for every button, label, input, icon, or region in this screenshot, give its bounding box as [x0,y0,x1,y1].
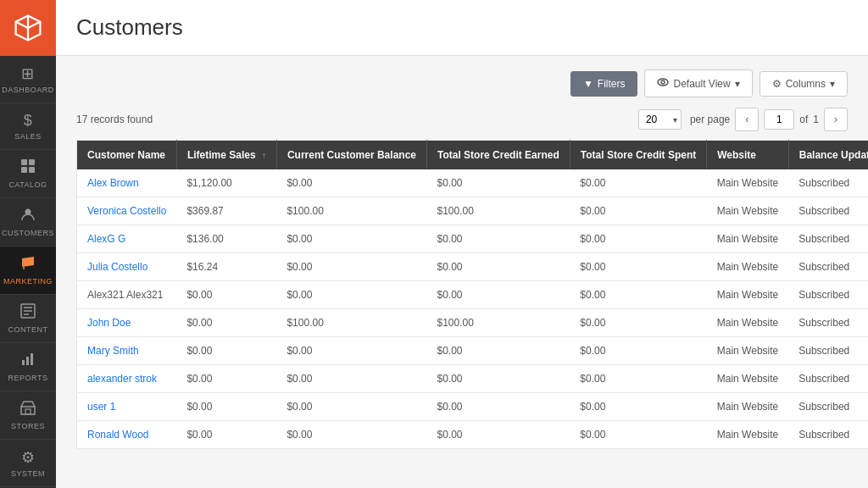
filter-button[interactable]: ▼ Filters [570,71,638,97]
cell-credit-earned: $0.00 [426,393,570,421]
page-title: Customers [76,14,183,41]
table-row: Alex Brown$1,120.00$0.00$0.00$0.00Main W… [77,169,869,197]
cell-notifications: Subscribed [788,225,868,253]
cell-website: Main Website [707,421,788,449]
sidebar-item-stores-label: Stores [11,422,45,430]
customer-name-link[interactable]: user 1 [87,401,115,413]
table-row: Ronald Wood$0.00$0.00$0.00$0.00Main Webs… [77,421,869,449]
cell-lifetime-sales: $0.00 [176,309,276,337]
cell-credit-spent: $0.00 [570,421,706,449]
customers-table: Customer Name Lifetime Sales ↑ Current C… [76,140,868,449]
cell-credit-spent: $0.00 [570,225,706,253]
svg-rect-1 [29,159,35,165]
stores-icon [20,400,36,419]
col-header-website[interactable]: Website [707,141,788,170]
cell-lifetime-sales: $0.00 [176,365,276,393]
sidebar-item-dashboard-label: Dashboard [2,86,54,94]
marketing-icon [20,255,36,274]
table-row: John Doe$0.00$100.00$100.00$0.00Main Web… [77,309,869,337]
cell-credit-spent: $0.00 [570,253,706,281]
cell-name: Alex321 Alex321 [77,281,177,309]
table-row: Alex321 Alex321$0.00$0.00$0.00$0.00Main … [77,281,869,309]
sidebar-item-sales[interactable]: $ Sales [0,103,56,150]
customers-icon [20,207,36,226]
sidebar-item-content-label: Content [8,325,48,334]
eye-icon [657,76,669,91]
cell-balance: $0.00 [276,365,426,393]
customer-name-link[interactable]: John Doe [87,317,131,329]
cell-credit-earned: $100.00 [426,309,570,337]
records-bar: 17 records found 20 50 100 ▾ per page ‹ [76,108,848,131]
cell-credit-spent: $0.00 [570,337,706,365]
sidebar-item-system[interactable]: ⚙ System [0,440,56,487]
cell-lifetime-sales: $1,120.00 [176,169,276,197]
col-header-credit-earned[interactable]: Total Store Credit Earned [426,141,570,170]
of-label: of [799,114,808,125]
cell-lifetime-sales: $0.00 [176,337,276,365]
svg-rect-14 [21,407,35,414]
col-header-name[interactable]: Customer Name [77,141,177,170]
page-number-input[interactable] [764,109,794,130]
col-header-credit-spent[interactable]: Total Store Credit Spent [570,141,706,170]
default-view-button[interactable]: Default View ▾ [644,69,752,97]
sidebar-item-reports-label: Reports [8,374,48,382]
sidebar-item-catalog-label: Catalog [8,180,47,189]
columns-dropdown-arrow: ▾ [830,78,835,90]
cell-notifications: Subscribed [788,169,868,197]
filter-icon: ▼ [583,78,593,90]
sidebar-item-customers[interactable]: Customers [0,198,56,247]
sidebar-item-customers-label: Customers [2,229,54,237]
sidebar-item-reports[interactable]: Reports [0,343,56,391]
sidebar-item-catalog[interactable]: Catalog [0,150,56,198]
next-page-button[interactable]: › [824,108,848,131]
cell-lifetime-sales: $369.87 [176,197,276,225]
cell-credit-earned: $100.00 [426,197,570,225]
col-header-lifetime-sales[interactable]: Lifetime Sales ↑ [176,141,276,170]
record-count: 17 records found [76,114,153,125]
customer-name-link[interactable]: Veronica Costello [87,205,166,217]
cell-website: Main Website [707,337,788,365]
cell-website: Main Website [707,253,788,281]
customer-name-link[interactable]: alexander strok [87,373,157,385]
table-header-row: Customer Name Lifetime Sales ↑ Current C… [77,141,869,170]
cell-website: Main Website [707,225,788,253]
customer-name-link[interactable]: Julia Costello [87,261,147,273]
sidebar-item-dashboard[interactable]: ⊞ Dashboard [0,56,56,103]
customer-name-link[interactable]: AlexG G [87,233,125,245]
prev-page-button[interactable]: ‹ [735,108,759,131]
col-header-notifications[interactable]: Balance Update Notifications [788,141,868,170]
cell-balance: $100.00 [276,309,426,337]
table-row: AlexG G$136.00$0.00$0.00$0.00Main Websit… [77,225,869,253]
cell-credit-earned: $0.00 [426,225,570,253]
cell-name: Ronald Wood [77,421,177,449]
sidebar-item-marketing[interactable]: Marketing [0,247,56,295]
cell-lifetime-sales: $0.00 [176,281,276,309]
col-header-balance[interactable]: Current Customer Balance [276,141,426,170]
cell-credit-earned: $0.00 [426,253,570,281]
catalog-icon [20,158,36,178]
per-page-wrapper[interactable]: 20 50 100 ▾ [638,109,682,130]
customer-name-link[interactable]: Alex Brown [87,177,139,189]
cell-notifications: Subscribed [788,281,868,309]
per-page-dropdown[interactable]: 20 50 100 [638,109,682,130]
cell-name: John Doe [77,309,177,337]
cell-website: Main Website [707,197,788,225]
sidebar-item-content[interactable]: Content [0,295,56,343]
svg-rect-13 [31,353,33,365]
columns-button[interactable]: ⚙ Columns ▾ [760,71,848,97]
cell-website: Main Website [707,393,788,421]
sidebar-item-stores[interactable]: Stores [0,391,56,440]
cell-balance: $0.00 [276,337,426,365]
cell-website: Main Website [707,281,788,309]
cell-name: alexander strok [77,365,177,393]
customer-name-link[interactable]: Mary Smith [87,345,139,357]
sidebar-item-sales-label: Sales [14,132,42,141]
cell-credit-earned: $0.00 [426,337,570,365]
sidebar: ⊞ Dashboard $ Sales Catalog Customers [0,0,56,488]
customer-name-link[interactable]: Ronald Wood [87,429,149,441]
cell-name: Mary Smith [77,337,177,365]
cell-notifications: Subscribed [788,365,868,393]
page-header: Customers [56,0,868,56]
table-row: Mary Smith$0.00$0.00$0.00$0.00Main Websi… [77,337,869,365]
total-pages: 1 [813,114,819,125]
